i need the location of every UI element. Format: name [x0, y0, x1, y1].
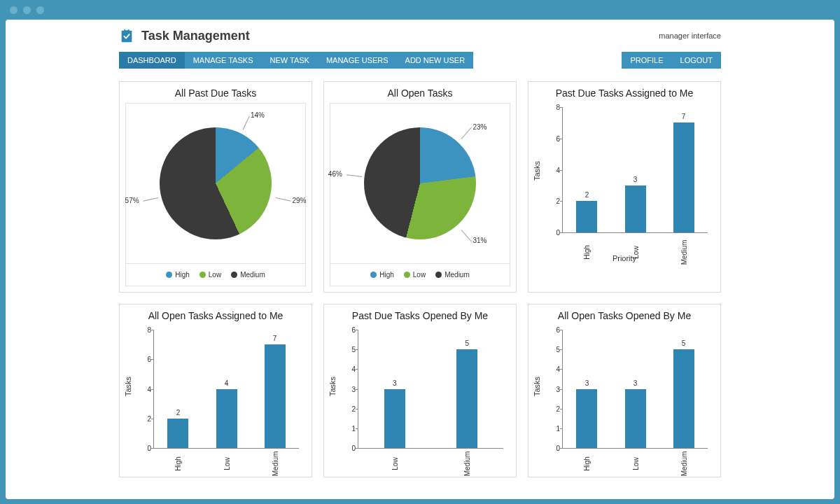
- y-tick: [356, 330, 358, 330]
- plot-area: 024682High3Low7Medium: [562, 107, 708, 233]
- nav-add-new-user[interactable]: ADD NEW USER: [397, 52, 474, 69]
- y-tick-label: 0: [547, 444, 560, 452]
- y-tick-label: 2: [343, 405, 356, 412]
- bar: 4: [216, 389, 237, 449]
- legend: HighLowMedium: [330, 264, 510, 286]
- bar-chart: Tasks01234563Low5Medium: [330, 326, 510, 472]
- bar-value-label: 3: [576, 379, 597, 387]
- window-dot: [36, 6, 44, 14]
- y-tick: [560, 170, 563, 171]
- nav-left: DASHBOARD MANAGE TASKS NEW TASK MANAGE U…: [119, 52, 473, 69]
- y-tick: [560, 201, 563, 202]
- card-open-pie: All Open Tasks23%31%46%HighLowMedium: [323, 81, 517, 293]
- legend-item: Medium: [231, 271, 265, 279]
- nav-manage-users[interactable]: MANAGE USERS: [318, 52, 397, 69]
- pie-leader: [461, 127, 471, 139]
- plot-area: 024682High4Low7Medium: [153, 330, 299, 449]
- legend-swatch: [370, 272, 377, 278]
- pie-slice-label: 31%: [472, 237, 486, 244]
- card-title: All Past Due Tasks: [120, 82, 312, 103]
- y-tick-label: 2: [139, 414, 151, 422]
- y-tick: [151, 330, 154, 330]
- y-tick: [356, 409, 358, 410]
- y-tick: [560, 139, 563, 139]
- bar: 3: [576, 389, 597, 449]
- y-tick: [356, 448, 358, 449]
- bar-value-label: 7: [673, 113, 694, 120]
- y-tick: [356, 428, 358, 429]
- svg-rect-0: [122, 31, 132, 42]
- y-tick-label: 0: [547, 229, 560, 237]
- y-tick: [560, 428, 563, 429]
- y-tick-label: 2: [547, 405, 560, 412]
- pie-slice-label: 57%: [125, 197, 139, 204]
- pie-leader: [143, 197, 158, 202]
- x-tick-label: Medium: [680, 450, 687, 478]
- y-tick-label: 1: [547, 424, 560, 432]
- x-axis-label: Priority: [534, 254, 715, 262]
- pie: [160, 127, 272, 239]
- bar: 3: [625, 389, 646, 449]
- pie-slice-label: 29%: [292, 197, 306, 204]
- y-tick-label: 0: [343, 444, 356, 452]
- card-title: All Open Tasks Opened By Me: [528, 304, 720, 326]
- x-tick-label: High: [174, 450, 182, 478]
- pie: [364, 127, 476, 239]
- header: Task Management manager interface: [119, 25, 721, 52]
- pie-leader: [242, 116, 249, 130]
- header-subtitle: manager interface: [659, 31, 721, 40]
- bar-chart: Tasks01234563High3Low5Medium: [534, 326, 715, 472]
- y-tick: [151, 389, 154, 390]
- card-title: Past Due Tasks Opened By Me: [324, 304, 516, 326]
- legend-item: Low: [200, 271, 221, 279]
- pie-leader: [461, 230, 471, 241]
- bar-value-label: 4: [216, 379, 237, 387]
- window-chrome: [0, 0, 840, 20]
- legend-swatch: [404, 272, 410, 278]
- y-tick-label: 0: [139, 444, 151, 452]
- bar: 2: [576, 201, 597, 232]
- legend: HighLowMedium: [125, 264, 306, 286]
- y-tick-label: 4: [547, 166, 560, 174]
- x-tick-label: High: [583, 450, 591, 478]
- y-tick-label: 6: [343, 326, 356, 334]
- clipboard-check-icon: [119, 28, 134, 43]
- y-axis-label: Tasks: [533, 377, 541, 396]
- header-left: Task Management: [119, 28, 250, 43]
- bar: 3: [384, 389, 405, 449]
- y-tick-label: 6: [139, 356, 151, 363]
- card-past-due-me-bar: Past Due Tasks Assigned to MeTasks024682…: [528, 81, 721, 293]
- plot-area: 01234563Low5Medium: [358, 330, 503, 449]
- bar: 7: [265, 344, 286, 448]
- card-title: All Open Tasks: [324, 82, 516, 103]
- y-axis-label: Tasks: [124, 377, 132, 396]
- y-axis-label: Tasks: [328, 377, 337, 396]
- nav-logout[interactable]: LOGOUT: [672, 52, 721, 69]
- bar: 3: [625, 186, 646, 232]
- y-tick: [560, 330, 563, 330]
- bar-value-label: 5: [673, 340, 694, 347]
- y-tick: [560, 389, 563, 390]
- y-tick-label: 5: [343, 346, 356, 354]
- nav-right: PROFILE LOGOUT: [622, 52, 721, 69]
- nav-profile[interactable]: PROFILE: [622, 52, 671, 69]
- svg-rect-2: [125, 28, 129, 30]
- bar-value-label: 2: [576, 191, 597, 199]
- window-dot: [23, 6, 31, 14]
- nav-new-task[interactable]: NEW TASK: [261, 52, 317, 69]
- x-tick-label: Low: [631, 450, 639, 478]
- nav-dashboard[interactable]: DASHBOARD: [119, 52, 185, 69]
- dashboard-grid: All Past Due Tasks14%29%57%HighLowMedium…: [119, 81, 721, 477]
- x-tick-label: Medium: [463, 450, 471, 478]
- bar-value-label: 7: [265, 335, 286, 342]
- legend-label: Medium: [240, 271, 265, 279]
- y-tick-label: 5: [547, 346, 560, 354]
- nav-manage-tasks[interactable]: MANAGE TASKS: [185, 52, 262, 69]
- x-tick-label: Low: [391, 450, 398, 478]
- y-tick-label: 4: [139, 385, 151, 393]
- y-tick: [560, 409, 563, 410]
- x-tick-label: Low: [223, 450, 230, 478]
- card-past-due-pie: All Past Due Tasks14%29%57%HighLowMedium: [119, 81, 312, 293]
- y-tick: [560, 107, 563, 108]
- pie-slice-label: 14%: [251, 111, 265, 119]
